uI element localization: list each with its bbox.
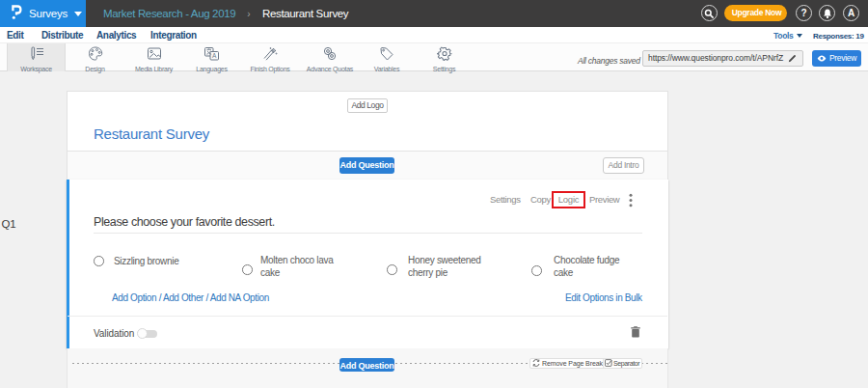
svg-text:A: A: [212, 52, 217, 59]
